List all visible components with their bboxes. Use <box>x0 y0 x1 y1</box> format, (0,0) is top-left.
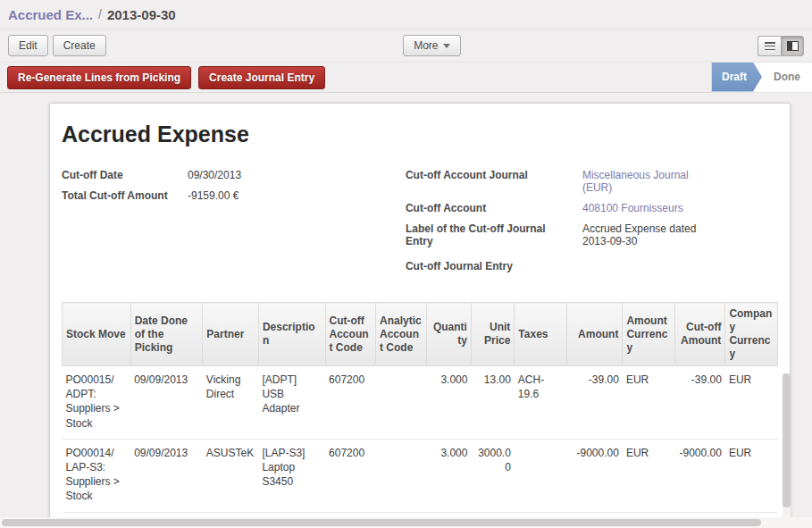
status-state-done[interactable]: Done <box>762 63 812 92</box>
table-cell: EUR <box>725 366 778 440</box>
table-cell: Vicking Direct <box>203 366 259 440</box>
table-cell: EUR <box>623 439 675 512</box>
breadcrumb-current: 2013-09-30 <box>107 7 176 22</box>
cutoff-journal-entry-value <box>582 260 707 272</box>
journal-entry-label-label: Label of the Cut-off Journal Entry <box>406 222 582 247</box>
column-header[interactable]: Stock Move <box>63 303 131 366</box>
table-row[interactable]: PO00014/​LAP-S3: Suppliers > Stock09/​09… <box>63 439 778 512</box>
cutoff-account-link[interactable]: 408100 Fournisseurs <box>582 202 707 214</box>
column-header[interactable]: Description <box>258 303 325 366</box>
view-switcher <box>758 36 804 56</box>
column-header[interactable]: Amount <box>566 303 623 366</box>
table-cell: -39.00 <box>566 366 623 440</box>
field-total-cutoff-amount: Total Cut-off Amount -9159.00 € <box>62 189 406 202</box>
form-sheet: Accrued Expense Cut-off Date 09/30/2013 … <box>49 103 791 528</box>
table-cell: -39.00 <box>674 366 724 440</box>
table-cell: 607200 <box>325 439 375 512</box>
table-cell: [LAP-S3] Laptop S3450 <box>258 439 325 512</box>
table-cell: ASUSTeK <box>203 439 259 512</box>
column-header[interactable]: Partner <box>203 303 259 366</box>
status-bar: Draft Done <box>711 63 812 93</box>
table-row[interactable]: PO00015/​ADPT: Suppliers > Stock09/​09/​… <box>63 366 778 440</box>
table-cell: 3000.00 <box>471 439 514 512</box>
list-view-icon <box>765 42 775 50</box>
table-cell: 09/​09/​2013 <box>130 439 203 512</box>
field-journal-entry-label: Label of the Cut-off Journal Entry Accru… <box>406 222 778 247</box>
field-group-right: Cut-off Account Journal Miscellaneous Jo… <box>406 169 778 281</box>
column-header[interactable]: Cut-off Amount <box>674 303 724 366</box>
cutoff-date-label: Cut-off Date <box>62 169 188 181</box>
cutoff-journal-entry-label: Cut-off Journal Entry <box>406 260 582 272</box>
table-cell: ACH-19.6 <box>515 366 567 440</box>
cutoff-date-value: 09/30/2013 <box>188 169 313 181</box>
cutoff-account-label: Cut-off Account <box>406 202 582 214</box>
column-header[interactable]: Quantity <box>426 303 471 366</box>
table-cell <box>376 366 426 440</box>
table-cell <box>376 439 426 512</box>
field-group-left: Cut-off Date 09/30/2013 Total Cut-off Am… <box>62 169 406 281</box>
more-button-label: More <box>414 39 438 52</box>
breadcrumb-separator: / <box>98 7 102 21</box>
field-cutoff-account: Cut-off Account 408100 Fournisseurs <box>406 202 778 214</box>
table-cell: [ADPT] USB Adapter <box>258 366 325 440</box>
action-row: Re-Generate Lines from Picking Create Jo… <box>0 63 812 93</box>
column-header[interactable]: Analytic Account Code <box>376 303 426 366</box>
table-cell: 09/​09/​2013 <box>130 366 203 440</box>
table-body: PO00015/​ADPT: Suppliers > Stock09/​09/​… <box>63 366 778 528</box>
horizontal-scrollbar[interactable] <box>0 517 812 528</box>
vertical-scrollbar[interactable] <box>783 373 791 528</box>
field-groups: Cut-off Date 09/30/2013 Total Cut-off Am… <box>62 169 778 281</box>
toolbar: Edit Create More <box>0 29 812 63</box>
form-view-icon <box>787 41 799 51</box>
create-button[interactable]: Create <box>53 35 106 56</box>
table-cell: EUR <box>725 439 778 512</box>
field-cutoff-journal-entry: Cut-off Journal Entry <box>406 260 778 272</box>
more-button[interactable]: More <box>403 35 460 56</box>
column-header[interactable]: Company Currency <box>725 303 778 366</box>
table-cell <box>515 439 567 512</box>
horizontal-scrollbar-thumb[interactable] <box>2 519 761 526</box>
cutoff-account-journal-label: Cut-off Account Journal <box>406 169 582 194</box>
field-cutoff-account-journal: Cut-off Account Journal Miscellaneous Jo… <box>406 169 778 194</box>
table-cell: 3.000 <box>426 366 471 440</box>
total-cutoff-amount-value: -9159.00 € <box>188 189 313 202</box>
status-state-draft[interactable]: Draft <box>712 63 762 92</box>
form-view-button[interactable] <box>781 36 804 56</box>
table-head-row: Stock MoveDate Done of the PickingPartne… <box>63 303 778 366</box>
regenerate-lines-button[interactable]: Re-Generate Lines from Picking <box>7 66 191 89</box>
edit-button[interactable]: Edit <box>8 35 48 56</box>
breadcrumb-parent-link[interactable]: Accrued Ex... <box>8 7 93 22</box>
table-cell: EUR <box>623 366 675 440</box>
table-cell: 607200 <box>325 366 375 440</box>
create-journal-entry-button[interactable]: Create Journal Entry <box>198 66 325 89</box>
column-header[interactable]: Taxes <box>515 303 567 366</box>
cutoff-account-journal-link[interactable]: Miscellaneous Journal (EUR) <box>582 169 707 194</box>
column-header[interactable]: Date Done of the Picking <box>130 303 203 366</box>
total-cutoff-amount-label: Total Cut-off Amount <box>62 189 188 202</box>
table-cell: -9000.00 <box>566 439 623 512</box>
table-cell: PO00014/​LAP-S3: Suppliers > Stock <box>63 439 131 512</box>
journal-entry-label-value: Accrued Expense dated 2013-09-30 <box>582 222 707 247</box>
table-cell: -9000.00 <box>674 439 724 512</box>
field-cutoff-date: Cut-off Date 09/30/2013 <box>62 169 406 181</box>
chevron-down-icon <box>443 44 450 48</box>
form-content: Accrued Expense Cut-off Date 09/30/2013 … <box>0 103 812 528</box>
column-header[interactable]: Cut-off Account Code <box>325 303 375 366</box>
cutoff-lines-table: Stock MoveDate Done of the PickingPartne… <box>62 302 778 528</box>
column-header[interactable]: Unit Price <box>471 303 514 366</box>
breadcrumb: Accrued Ex... / 2013-09-30 <box>0 0 812 29</box>
list-view-button[interactable] <box>758 36 781 56</box>
page-title: Accrued Expense <box>62 122 778 147</box>
table-cell: 13.00 <box>471 366 514 440</box>
table-cell: PO00015/​ADPT: Suppliers > Stock <box>63 366 131 440</box>
table-cell: 3.000 <box>426 439 471 512</box>
vertical-scrollbar-thumb[interactable] <box>783 373 791 507</box>
column-header[interactable]: Amount Currency <box>623 303 675 366</box>
